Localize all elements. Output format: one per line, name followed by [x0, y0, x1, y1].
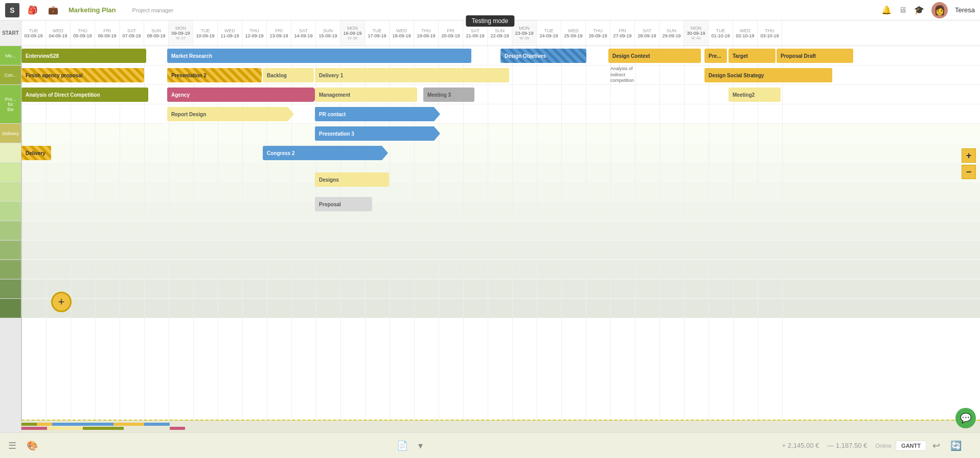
- bar-analysis-indirect[interactable]: Analysis ofindirectcompetition: [608, 64, 674, 86]
- header-day-0: TUE03-09-19: [21, 20, 46, 46]
- bar-report-design[interactable]: Report Design: [167, 107, 294, 121]
- add-task-button[interactable]: +: [51, 292, 72, 312]
- bar-finish-agency[interactable]: Finish agency proposal: [21, 68, 144, 82]
- zoom-out-button[interactable]: −: [962, 165, 976, 179]
- header-day-9: THU12-09-19: [242, 20, 267, 46]
- testing-mode-banner: Testing mode: [466, 15, 514, 27]
- grid-line-24: [610, 46, 611, 432]
- grid-line-5: [144, 46, 145, 432]
- user-name: Teresa: [955, 6, 975, 14]
- row-label-12: [0, 299, 21, 318]
- header-day-2: THU05-09-19: [71, 20, 95, 46]
- row-label-6: [0, 182, 21, 202]
- grid-line-2: [71, 46, 71, 432]
- bell-icon[interactable]: 🔔: [881, 5, 892, 15]
- palette-icon[interactable]: 🎨: [27, 440, 38, 451]
- gantt-badge: GANTT: [896, 441, 926, 451]
- row-label-5: [0, 163, 21, 182]
- grid-line-29: [733, 46, 734, 432]
- row-label-2: Pre...forthe: [0, 85, 21, 124]
- header-day-20: MON23-09-19W 39: [512, 20, 537, 46]
- bar-presentation3[interactable]: Presentation 3: [315, 126, 440, 141]
- gantt-row-bg-2: [21, 85, 980, 104]
- bar-agency-arrow[interactable]: Agency: [167, 88, 320, 102]
- bar-management[interactable]: Management: [315, 88, 417, 102]
- bar-design-context[interactable]: Design Context: [608, 49, 701, 63]
- amount-positive: + 2,145.00 €: [782, 442, 819, 449]
- bar-design-objectives[interactable]: Design Objetives: [500, 49, 586, 63]
- gantt-row-bg-13: [21, 299, 980, 318]
- bar-analysis-direct[interactable]: Analysis of Direct Competition: [21, 88, 148, 102]
- grid-line-27: [684, 46, 685, 432]
- gantt-row-labels: Me... Con... Pre...forthe Delivery: [0, 46, 21, 432]
- bar-meeting3[interactable]: Meeting 3: [423, 88, 474, 102]
- zoom-in-button[interactable]: +: [962, 148, 976, 163]
- dropdown-icon[interactable]: ▾: [418, 440, 423, 451]
- bar-delivery-small[interactable]: Delivery: [21, 146, 51, 160]
- row-label-1: Con...: [0, 66, 21, 85]
- grid-line-19: [488, 46, 488, 432]
- gantt-canvas: EnterviewS28Market ResearchDesign Objeti…: [21, 46, 980, 432]
- bar-pre[interactable]: Pre...: [704, 49, 727, 63]
- header-day-17: FRI20-09-19: [439, 20, 463, 46]
- app-logo[interactable]: S: [5, 3, 19, 17]
- bar-interviews[interactable]: EnterviewS28: [21, 49, 146, 63]
- header-day-5: SUN08-09-19: [144, 20, 169, 46]
- mini-bar: [83, 427, 124, 430]
- grid-line-23: [586, 46, 586, 432]
- header-day-28: TUE01-10-19: [709, 20, 733, 46]
- mini-bar: [113, 423, 144, 426]
- bar-proposal[interactable]: Proposal: [315, 197, 372, 211]
- gantt-row-bg-3: [21, 104, 980, 124]
- mini-bar: [149, 423, 170, 426]
- grid-line-3: [95, 46, 96, 432]
- gantt-row-bg-9: [21, 221, 980, 241]
- gantt-row-bg-5: [21, 143, 980, 163]
- bar-design-social[interactable]: Design Social Strategy: [704, 68, 832, 82]
- header-day-24: FRI27-09-19: [610, 20, 635, 46]
- bar-backlog[interactable]: Backlog: [263, 68, 314, 82]
- grid-line-21: [537, 46, 537, 432]
- bar-congress2[interactable]: Congress 2: [263, 146, 388, 160]
- graduation-icon[interactable]: 🎓: [914, 5, 924, 15]
- grid-line-8: [218, 46, 218, 432]
- mini-bar: [170, 427, 185, 430]
- grid-line-16: [414, 46, 415, 432]
- bar-pr-contact[interactable]: PR contact: [315, 107, 440, 121]
- grid-line-22: [561, 46, 562, 432]
- header-day-21: TUE24-09-19: [537, 20, 561, 46]
- grid-line-17: [439, 46, 439, 432]
- zoom-controls: + −: [960, 146, 978, 181]
- grid-line-6: [169, 46, 169, 432]
- row-label-7: [0, 202, 21, 221]
- bar-delivery1[interactable]: Delivery 1: [315, 68, 509, 82]
- refresh-icon[interactable]: 🔄: [950, 440, 962, 451]
- nav-briefcase-icon[interactable]: 🎒: [26, 3, 40, 17]
- grid-line-4: [120, 46, 120, 432]
- grid-line-12: [316, 46, 316, 432]
- bar-presentation2[interactable]: Presentation 2: [167, 68, 262, 82]
- bottom-bar: ☰ 🎨 📄 ▾ + 2,145.00 € — 1,187.50 € Online…: [0, 432, 980, 458]
- monitor-icon[interactable]: 🖥: [899, 6, 907, 15]
- bar-meeting2[interactable]: Meeting2: [728, 88, 781, 102]
- header-day-12: SUN15-09-19: [316, 20, 340, 46]
- header-day-1: WED04-09-19: [46, 20, 71, 46]
- document-icon[interactable]: 📄: [397, 440, 408, 451]
- undo-icon[interactable]: ↩: [932, 440, 940, 451]
- grid-line-10: [267, 46, 267, 432]
- nav-suitcase-icon[interactable]: 💼: [46, 3, 60, 17]
- header-day-13: MON16-09-19W 38: [340, 20, 365, 46]
- bar-proposal-draft[interactable]: Proposal Draft: [777, 49, 853, 63]
- bar-market-research[interactable]: Market Research: [167, 49, 471, 63]
- row-label-11: [0, 279, 21, 299]
- list-icon[interactable]: ☰: [8, 440, 16, 451]
- row-label-3: Delivery: [0, 124, 21, 143]
- grid-line-13: [340, 46, 341, 432]
- gantt-row-bg-4: [21, 124, 980, 143]
- bar-designs[interactable]: Designs: [315, 172, 389, 187]
- header-day-4: SAT07-09-19: [120, 20, 144, 46]
- chat-button[interactable]: 💬: [955, 408, 976, 428]
- bar-target[interactable]: Target: [728, 49, 776, 63]
- header-day-30: THU03-10-19: [758, 20, 782, 46]
- user-avatar[interactable]: 👩: [931, 2, 948, 18]
